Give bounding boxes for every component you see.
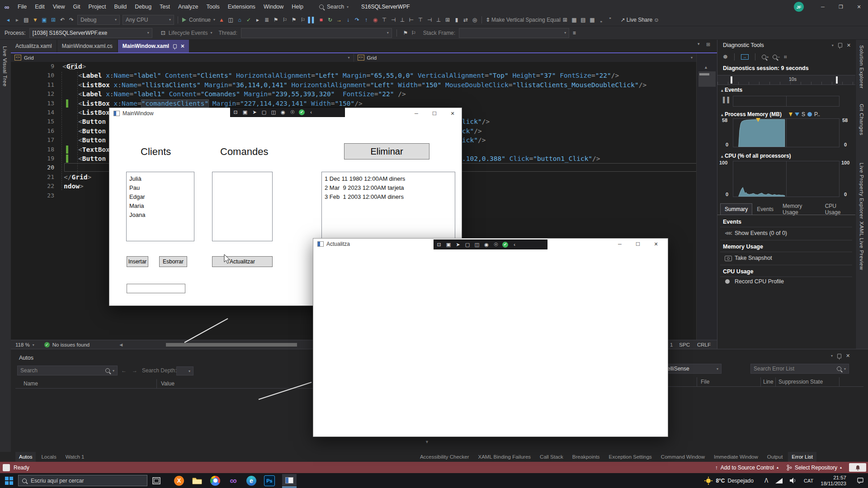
stop-icon[interactable]: ■: [316, 17, 326, 23]
record-cpu-link[interactable]: Record CPU Profile: [735, 278, 784, 285]
pin-icon[interactable]: [837, 354, 841, 358]
file-explorer-icon[interactable]: [192, 475, 203, 486]
bookmark-clear-icon[interactable]: ⚐: [298, 17, 307, 23]
chrome-icon[interactable]: [210, 475, 221, 486]
save-all-icon[interactable]: ⊞: [49, 17, 58, 23]
language-indicator[interactable]: CAT: [804, 478, 813, 483]
menu-analyze[interactable]: Analyze: [174, 4, 202, 10]
action-center-button[interactable]: [853, 473, 868, 488]
select-repository-button[interactable]: Select Repository ▴: [787, 465, 842, 471]
grid-icon[interactable]: ⊞: [561, 17, 570, 23]
notifications-button[interactable]: [849, 463, 866, 472]
zoom-level[interactable]: 118 %: [15, 342, 30, 347]
restart-icon[interactable]: ↻: [326, 17, 335, 23]
scroll-left-icon[interactable]: ◀: [119, 343, 123, 347]
close-icon[interactable]: ✕: [847, 42, 851, 48]
maximize-button[interactable]: ☐: [629, 239, 647, 249]
menu-window[interactable]: Window: [259, 4, 288, 10]
new-project-icon[interactable]: ▤: [22, 17, 31, 23]
show-events-link[interactable]: Show Events (0 of 0): [735, 230, 787, 236]
ibeam-icon[interactable]: ▮: [452, 17, 461, 23]
bookmark-icon[interactable]: ⚑: [271, 17, 280, 23]
track-focused-icon[interactable]: ◫: [270, 109, 277, 115]
column-suppression[interactable]: Suppression State: [778, 379, 823, 385]
hot-reload-flame-icon[interactable]: ▲: [217, 17, 226, 23]
chevron-down-icon[interactable]: ▾: [348, 56, 349, 60]
select-icon[interactable]: ▸: [253, 17, 262, 23]
line-ending-mode[interactable]: CRLF: [697, 342, 711, 347]
live-share-button[interactable]: ↗ Live Share ☺: [619, 17, 660, 23]
thread-dropdown[interactable]: ▾: [241, 28, 392, 38]
editor-minimap[interactable]: ▲: [696, 53, 717, 340]
xampp-icon[interactable]: X: [174, 475, 184, 486]
right-tab-live-property-explorer[interactable]: Live Property Explorer: [859, 163, 864, 219]
minimize-button[interactable]: ─: [611, 239, 629, 249]
menu-build[interactable]: Build: [110, 4, 131, 10]
menu-help[interactable]: Help: [288, 4, 307, 10]
zoom-control-icon[interactable]: ◎: [470, 17, 479, 23]
menu-view[interactable]: View: [49, 4, 69, 10]
dock-tab-watch-1[interactable]: Watch 1: [62, 452, 88, 462]
visual-studio-icon[interactable]: ∞: [228, 475, 239, 486]
right-tab-solution-explorer[interactable]: Solution Explorer: [859, 45, 864, 89]
reset-view-icon[interactable]: ⌗: [784, 54, 787, 60]
stack-frame-dropdown[interactable]: ▾: [459, 28, 569, 38]
right-tab-xaml-live-preview[interactable]: XAML Live Preview: [859, 221, 864, 270]
list-item[interactable]: 1 Dec 11 1980 12:00AM diners: [322, 174, 455, 183]
dock-tab-breakpoints[interactable]: Breakpoints: [569, 452, 604, 462]
clock[interactable]: 21:57 18/11/2023: [821, 475, 846, 487]
table-icon[interactable]: ▦: [570, 17, 579, 23]
column-line[interactable]: Line: [763, 379, 774, 385]
indentation-mode[interactable]: SPC: [679, 342, 690, 347]
column-file[interactable]: File: [701, 379, 709, 385]
tab-mainwindow-xaml-cs[interactable]: MainWindow.xaml.cs: [57, 40, 117, 52]
settings-gear-icon[interactable]: ☸: [723, 54, 728, 60]
timeline-ruler[interactable]: 10s: [717, 75, 856, 85]
speaker-icon[interactable]: [790, 478, 797, 483]
nav-forward-icon[interactable]: ▸: [13, 17, 22, 23]
align-centers-icon[interactable]: ⊥: [398, 17, 407, 23]
breadcrumb-right[interactable]: Grid: [367, 55, 377, 61]
layout-grid-icon[interactable]: ▦: [588, 17, 597, 23]
scroll-down-icon[interactable]: ▼: [425, 440, 429, 444]
actualitzar-button[interactable]: Actualitzar: [212, 256, 273, 267]
dock-tab-accessibility-checker[interactable]: Accessibility Checker: [416, 452, 473, 462]
insertar-button[interactable]: Insertar: [127, 256, 148, 267]
sql-grid-icon[interactable]: ▤: [579, 17, 588, 23]
diag-tab-memory-usage[interactable]: Memory Usage: [778, 203, 821, 215]
scrollbar-thumb[interactable]: [166, 343, 297, 347]
select-element-icon[interactable]: ➤: [455, 242, 461, 248]
quote2-icon[interactable]: ‟: [606, 17, 615, 23]
pin-icon[interactable]: [173, 44, 177, 48]
photoshop-icon[interactable]: Ps: [264, 475, 275, 486]
dock-tab-xaml-binding-failures[interactable]: XAML Binding Failures: [475, 452, 535, 462]
comandes-listbox[interactable]: [212, 172, 273, 241]
pin-icon[interactable]: [838, 43, 842, 47]
hex-icon[interactable]: ⊤: [380, 17, 389, 23]
health-indicator[interactable]: ✓ No issues found: [44, 342, 90, 347]
memory-section-header[interactable]: ▴ Process Memory (MB): [721, 111, 782, 117]
align-rights-icon[interactable]: ⊢: [407, 17, 416, 23]
dock-tab-command-window[interactable]: Command Window: [657, 452, 708, 462]
track-focused-icon[interactable]: ◫: [474, 242, 480, 248]
process-dropdown[interactable]: [1036] S16SQLServerWPF.exe▾: [29, 28, 152, 38]
menu-project[interactable]: Project: [85, 4, 110, 10]
wpf-app-taskbar-icon[interactable]: [282, 474, 297, 488]
in-app-debug-toolbar[interactable]: ⊡▣➤▢◫◉☉✔‹: [434, 239, 547, 249]
autos-search-input[interactable]: Search ▾: [17, 366, 118, 375]
live-visual-tree-icon[interactable]: ⊡: [436, 242, 442, 248]
toolbar-options-icon[interactable]: ≡: [569, 30, 579, 36]
step-out-icon[interactable]: ↑: [362, 17, 371, 23]
live-visual-tree-icon[interactable]: ⊡: [232, 109, 239, 115]
right-tab-git-changes[interactable]: Git Changes: [859, 104, 864, 135]
error-search-input[interactable]: Search Error List ▾: [750, 364, 849, 374]
configuration-dropdown[interactable]: Debug▾: [77, 15, 120, 25]
accessibility-checker-icon[interactable]: ☉: [289, 109, 296, 115]
platform-dropdown[interactable]: Any CPU▾: [123, 15, 174, 25]
align-tops-icon[interactable]: ⊤: [416, 17, 425, 23]
pause-icon[interactable]: ▌▌: [307, 17, 316, 23]
spell-check-icon[interactable]: ✓: [244, 17, 253, 23]
align-bottoms-icon[interactable]: ⊥: [434, 17, 443, 23]
screenshot-icon[interactable]: ▣: [445, 242, 452, 248]
close-button[interactable]: ✕: [443, 108, 462, 119]
